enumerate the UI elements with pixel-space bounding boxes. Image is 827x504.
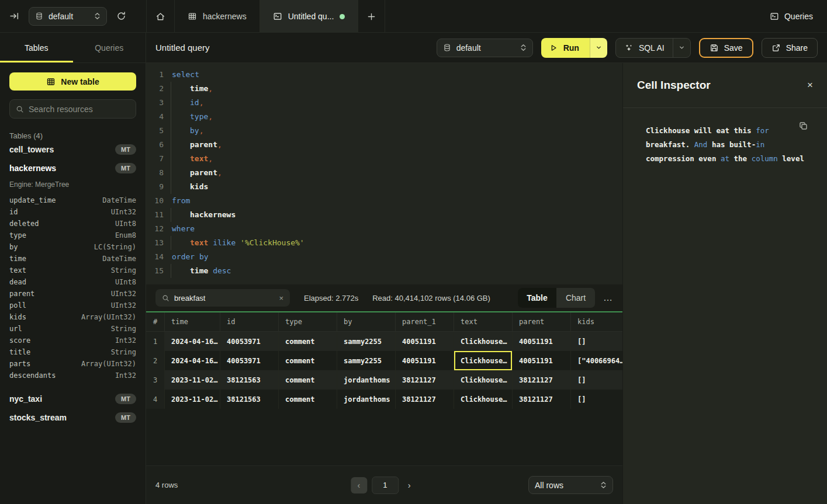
table-cell[interactable]: 38121127 xyxy=(513,370,571,390)
editor-line[interactable]: 3id, xyxy=(146,96,622,110)
table-cell[interactable]: 38121563 xyxy=(220,390,279,409)
table-cell[interactable]: 40051191 xyxy=(513,332,571,351)
page-size-selector[interactable]: All rows xyxy=(528,476,613,494)
table-cell[interactable]: 2024-04-16… xyxy=(165,351,220,370)
sidebar-item-stocks-stream[interactable]: stocks_stream MT xyxy=(9,408,136,427)
table-cell[interactable]: Clickhouse… xyxy=(454,390,513,409)
new-table-button[interactable]: New table xyxy=(9,72,136,91)
table-cell[interactable]: sammy2255 xyxy=(337,351,396,370)
table-cell[interactable]: 2023-11-02… xyxy=(165,370,220,390)
sql-ai-button[interactable]: SQL AI xyxy=(616,39,673,57)
table-cell[interactable]: [] xyxy=(571,332,622,351)
table-cell[interactable]: jordanthoms xyxy=(337,370,396,390)
clear-search-button[interactable]: × xyxy=(279,294,283,303)
table-cell[interactable]: Clickhouse… xyxy=(454,332,513,351)
column-header[interactable]: parent_1 xyxy=(396,312,454,331)
editor-line[interactable]: 14order by xyxy=(146,250,622,264)
close-inspector-button[interactable]: × xyxy=(807,79,813,91)
view-toggle-table[interactable]: Table xyxy=(518,288,556,308)
previous-page-button[interactable]: ‹ xyxy=(351,477,367,493)
column-header[interactable]: kids xyxy=(571,312,622,331)
table-cell[interactable]: comment xyxy=(279,370,337,390)
table-row: 22024-04-16…40053971commentsammy22554005… xyxy=(146,351,622,370)
sidebar-item-cell-towers[interactable]: cell_towers MT xyxy=(9,140,136,159)
editor-line[interactable]: 7text, xyxy=(146,152,622,166)
next-page-button[interactable]: › xyxy=(408,480,411,490)
column-header[interactable]: time xyxy=(165,312,220,331)
table-cell[interactable]: Clickhouse… xyxy=(454,370,513,390)
sidebar-search-input[interactable] xyxy=(29,105,134,114)
table-cell[interactable]: 40053971 xyxy=(220,351,279,370)
editor-line[interactable]: 9kids xyxy=(146,180,622,194)
table-cell[interactable]: ["40066964… xyxy=(571,351,622,370)
database-selector-query[interactable]: default xyxy=(437,39,533,57)
editor-line[interactable]: 15time desc xyxy=(146,264,622,278)
editor-line[interactable]: 8parent, xyxy=(146,166,622,180)
sidebar-item-nyc-taxi[interactable]: nyc_taxi MT xyxy=(9,390,136,408)
table-cell[interactable]: 38121563 xyxy=(220,370,279,390)
column-header[interactable]: # xyxy=(146,312,165,331)
editor-line[interactable]: 1select xyxy=(146,68,622,82)
tab-hackernews[interactable]: hackernews xyxy=(175,0,260,33)
column-header[interactable]: id xyxy=(220,312,279,331)
engine-badge: MT xyxy=(115,394,136,404)
table-cell[interactable]: 38121127 xyxy=(513,390,571,409)
editor-line[interactable]: 4type, xyxy=(146,110,622,124)
column-header[interactable]: type xyxy=(279,312,337,331)
page-number-input[interactable] xyxy=(372,477,399,494)
run-button[interactable]: Run xyxy=(541,38,590,58)
results-search-input[interactable] xyxy=(174,294,274,303)
sidebar-item-hackernews[interactable]: hackernews MT xyxy=(9,159,136,178)
column-header[interactable]: text xyxy=(454,312,513,331)
editor-line[interactable]: 11hackernews xyxy=(146,208,622,222)
results-more-button[interactable]: … xyxy=(603,293,613,303)
view-toggle-chart[interactable]: Chart xyxy=(556,288,595,308)
sidebar-tab-tables[interactable]: Tables xyxy=(0,33,73,62)
table-cell[interactable]: 40051191 xyxy=(396,332,454,351)
tab-untitled-query[interactable]: Untitled qu... xyxy=(260,0,359,33)
table-cell[interactable]: jordanthoms xyxy=(337,390,396,409)
table-cell[interactable]: 40053971 xyxy=(220,332,279,351)
column-type: String xyxy=(111,348,136,356)
editor-line[interactable]: 5by, xyxy=(146,124,622,138)
save-button[interactable]: Save xyxy=(699,38,753,58)
sidebar-collapse-button[interactable] xyxy=(9,11,19,21)
new-tab-button[interactable] xyxy=(358,0,385,33)
copy-cell-button[interactable] xyxy=(798,121,808,131)
table-cell[interactable]: comment xyxy=(279,332,337,351)
tab-home[interactable] xyxy=(147,0,175,33)
table-cell[interactable]: sammy2255 xyxy=(337,332,396,351)
editor-line[interactable]: 2time, xyxy=(146,82,622,96)
code-content: type, xyxy=(171,110,213,124)
editor-line[interactable]: 13text ilike '%ClickHouse%' xyxy=(146,236,622,250)
run-options-button[interactable] xyxy=(590,38,607,58)
table-cell[interactable]: [] xyxy=(571,390,622,409)
sql-ai-options-button[interactable] xyxy=(673,39,690,57)
refresh-button[interactable] xyxy=(116,11,126,21)
table-cell[interactable]: comment xyxy=(279,351,337,370)
database-selector-top[interactable]: default xyxy=(29,7,107,26)
share-button[interactable]: Share xyxy=(762,38,818,58)
column-header[interactable]: parent xyxy=(513,312,571,331)
sidebar-tab-queries[interactable]: Queries xyxy=(73,33,146,62)
table-cell[interactable]: 38121127 xyxy=(396,370,454,390)
table-cell[interactable]: 40051191 xyxy=(513,351,571,370)
query-toolbar: Untitled query default Run xyxy=(146,33,827,63)
editor-line[interactable]: 6parent, xyxy=(146,138,622,152)
column-header[interactable]: by xyxy=(337,312,396,331)
editor-line[interactable]: 12where xyxy=(146,222,622,236)
code-token: by xyxy=(190,126,199,135)
code-token: , xyxy=(199,98,204,107)
inspector-token: at xyxy=(721,154,729,163)
editor-line[interactable]: 10from xyxy=(146,194,622,208)
table-cell[interactable]: 40051191 xyxy=(396,351,454,370)
table-cell[interactable]: comment xyxy=(279,390,337,409)
queries-button[interactable]: Queries xyxy=(770,12,813,21)
sql-editor[interactable]: 1select2time,3id,4type,5by,6parent,7text… xyxy=(146,63,622,284)
table-cell[interactable]: 2023-11-02… xyxy=(165,390,220,409)
column-type: UInt32 xyxy=(111,208,136,216)
table-cell[interactable]: Clickhouse… xyxy=(454,351,513,370)
table-cell[interactable]: 38121127 xyxy=(396,390,454,409)
table-cell[interactable]: [] xyxy=(571,370,622,390)
table-cell[interactable]: 2024-04-16… xyxy=(165,332,220,351)
